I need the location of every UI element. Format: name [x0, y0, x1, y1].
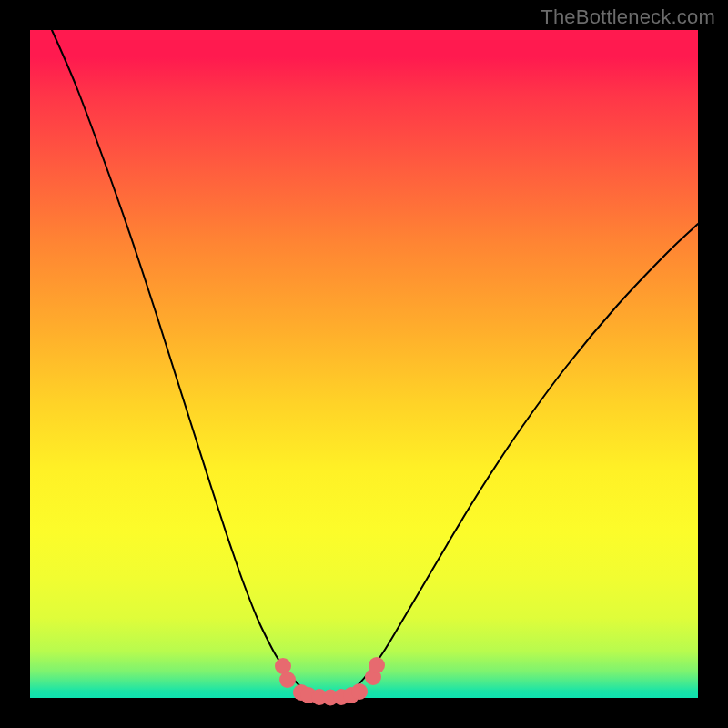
- watermark-text: TheBottleneck.com: [541, 5, 715, 29]
- chart-svg: [30, 30, 698, 698]
- bottleneck-curve: [52, 30, 698, 696]
- valley-dot: [369, 657, 385, 673]
- chart-plot-area: [30, 30, 698, 698]
- chart-frame: TheBottleneck.com: [0, 0, 728, 728]
- valley-dots: [275, 657, 385, 706]
- valley-dot: [279, 672, 296, 688]
- curve-path: [52, 30, 698, 696]
- valley-dot: [351, 683, 368, 700]
